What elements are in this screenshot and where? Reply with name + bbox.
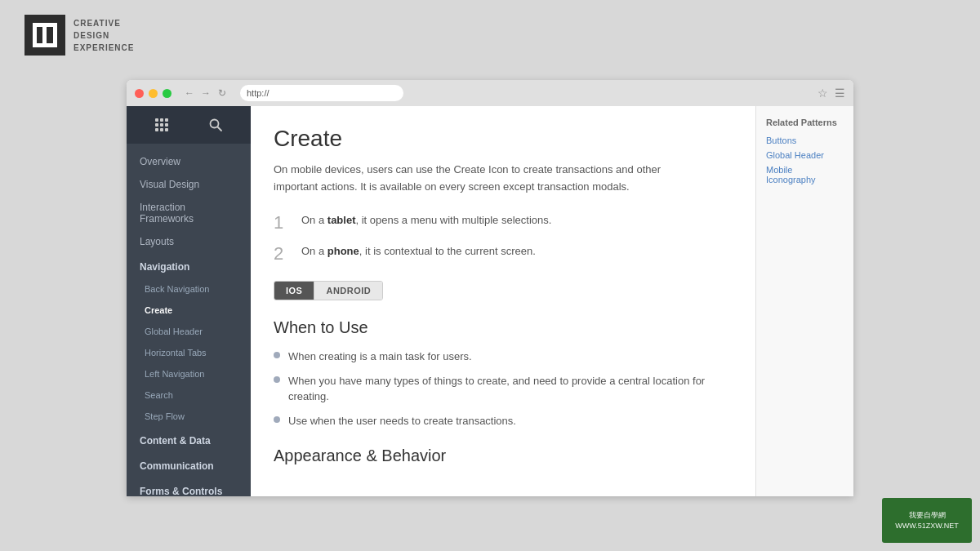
close-button[interactable] <box>135 89 144 98</box>
forward-button[interactable]: → <box>199 87 212 100</box>
bullet-item-3: Use when the user needs to create transa… <box>274 413 733 429</box>
bullet-list: When creating is a main task for users. … <box>274 349 733 429</box>
right-panel: Related Patterns Buttons Global Header M… <box>755 106 853 496</box>
main-content: Create On mobile devices, users can use … <box>251 106 755 496</box>
watermark: 我要自學網WWW.51ZXW.NET <box>882 498 972 543</box>
minimize-button[interactable] <box>149 89 158 98</box>
appearance-title: Appearance & Behavior <box>274 447 733 465</box>
bookmark-icon[interactable]: ☆ <box>817 87 828 100</box>
browser-navigation: ← → ↻ <box>183 87 229 100</box>
numbered-item-1: 1 On a tablet, it opens a menu with mult… <box>274 212 733 233</box>
sidebar-item-overview[interactable]: Overview <box>127 150 251 173</box>
sidebar-navigation: Overview Visual Design Interaction Frame… <box>127 144 251 496</box>
bullet-dot-1 <box>274 352 280 358</box>
sidebar-item-create[interactable]: Create <box>127 300 251 321</box>
sidebar: Overview Visual Design Interaction Frame… <box>127 106 251 496</box>
sidebar-item-back-navigation[interactable]: Back Navigation <box>127 278 251 300</box>
related-link-global-header[interactable]: Global Header <box>766 150 844 160</box>
tab-android[interactable]: ANDROID <box>314 282 382 300</box>
bullet-text-1: When creating is a main task for users. <box>288 349 472 365</box>
sidebar-item-navigation[interactable]: Navigation <box>127 253 251 278</box>
menu-icon[interactable]: ☰ <box>835 87 845 100</box>
bullet-dot-3 <box>274 416 280 423</box>
sidebar-item-horizontal-tabs[interactable]: Horizontal Tabs <box>127 342 251 363</box>
browser-window: ← → ↻ http:// ☆ ☰ <box>127 80 853 496</box>
tab-ios[interactable]: IOS <box>274 282 314 300</box>
logo-area: CREATIVE DESIGN EXPERIENCE <box>24 15 134 56</box>
grid-icon <box>155 118 168 131</box>
svg-rect-6 <box>47 43 57 47</box>
browser-chrome: ← → ↻ http:// ☆ ☰ <box>127 80 853 106</box>
related-link-mobile-iconography[interactable]: Mobile Iconography <box>766 165 844 184</box>
sidebar-item-communication[interactable]: Communication <box>127 452 251 478</box>
sidebar-item-left-navigation[interactable]: Left Navigation <box>127 363 251 384</box>
url-text: http:// <box>247 88 270 98</box>
tab-bar: IOS ANDROID <box>274 281 383 300</box>
number-2: 2 <box>274 243 290 264</box>
maximize-button[interactable] <box>163 89 172 98</box>
watermark-text: 我要自學網WWW.51ZXW.NET <box>895 510 959 531</box>
logo-box <box>24 15 65 56</box>
svg-rect-5 <box>47 23 57 27</box>
browser-actions: ☆ ☰ <box>817 87 845 100</box>
sidebar-item-content-data[interactable]: Content & Data <box>127 427 251 452</box>
bullet-item-1: When creating is a main task for users. <box>274 349 733 365</box>
sidebar-item-search[interactable]: Search <box>127 384 251 406</box>
page-title: Create <box>274 126 733 152</box>
bullet-item-2: When you have many types of things to cr… <box>274 373 733 405</box>
grid-menu-button[interactable] <box>155 118 168 131</box>
back-button[interactable]: ← <box>183 87 196 100</box>
when-to-use-title: When to Use <box>274 318 733 337</box>
page-intro: On mobile devices, users can use the Cre… <box>274 162 682 196</box>
address-bar[interactable]: http:// <box>240 85 403 101</box>
numbered-text-1: On a tablet, it opens a menu with multip… <box>301 212 551 229</box>
sidebar-item-layouts[interactable]: Layouts <box>127 230 251 253</box>
sidebar-top <box>127 106 251 144</box>
browser-content: Overview Visual Design Interaction Frame… <box>127 106 853 496</box>
sidebar-item-interaction-frameworks[interactable]: Interaction Frameworks <box>127 196 251 230</box>
number-1: 1 <box>274 212 290 233</box>
bullet-dot-2 <box>274 376 280 383</box>
sidebar-item-step-flow[interactable]: Step Flow <box>127 406 251 427</box>
numbered-list: 1 On a tablet, it opens a menu with mult… <box>274 212 733 265</box>
sidebar-item-global-header[interactable]: Global Header <box>127 321 251 342</box>
numbered-text-2: On a phone, it is contextual to the curr… <box>301 243 536 260</box>
refresh-button[interactable]: ↻ <box>216 87 229 100</box>
bullet-text-2: When you have many types of things to cr… <box>288 373 733 405</box>
sidebar-item-visual-design[interactable]: Visual Design <box>127 173 251 196</box>
logo-text: CREATIVE DESIGN EXPERIENCE <box>74 17 134 54</box>
svg-line-8 <box>217 127 221 131</box>
svg-rect-3 <box>42 23 47 47</box>
bullet-text-3: Use when the user needs to create transa… <box>288 413 516 429</box>
related-patterns-title: Related Patterns <box>766 118 844 127</box>
sidebar-item-forms-controls[interactable]: Forms & Controls <box>127 478 251 496</box>
search-button[interactable] <box>208 118 223 132</box>
related-link-buttons[interactable]: Buttons <box>766 136 844 145</box>
numbered-item-2: 2 On a phone, it is contextual to the cu… <box>274 243 733 264</box>
